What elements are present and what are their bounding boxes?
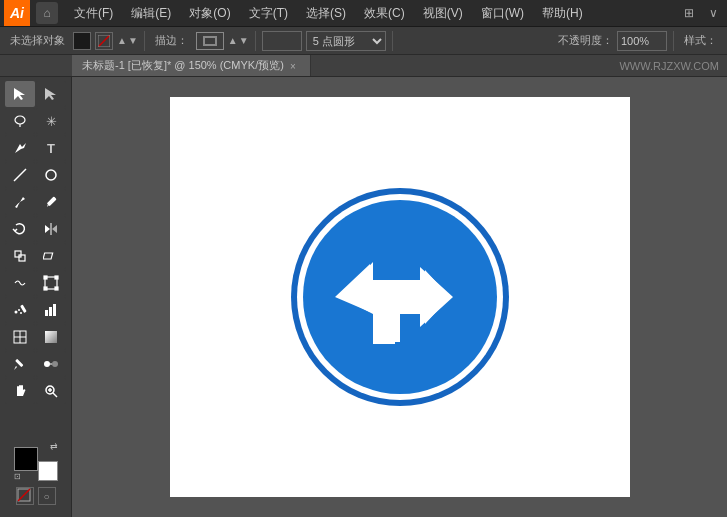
brush-tool[interactable] xyxy=(5,189,35,215)
tab-title: 未标题-1 [已恢复]* @ 150% (CMYK/预览) xyxy=(82,58,284,73)
divider4 xyxy=(673,31,674,51)
svg-marker-2 xyxy=(14,88,25,100)
stroke-indicator[interactable] xyxy=(196,32,224,50)
main-area: ✳ T xyxy=(0,77,727,517)
reflect-tool[interactable] xyxy=(36,216,66,242)
tool-row-2: ✳ xyxy=(0,108,71,134)
svg-point-23 xyxy=(20,312,22,314)
menu-file[interactable]: 文件(F) xyxy=(66,3,121,24)
svg-line-42 xyxy=(18,489,30,501)
symbol-spray-tool[interactable] xyxy=(5,297,35,323)
mesh-tool[interactable] xyxy=(5,324,35,350)
color-swatches: ⇄ ⊡ ○ xyxy=(14,443,58,513)
free-transform-tool[interactable] xyxy=(36,270,66,296)
svg-line-38 xyxy=(53,393,57,397)
menu-effect[interactable]: 效果(C) xyxy=(356,3,413,24)
pen-tool[interactable] xyxy=(5,135,35,161)
svg-rect-31 xyxy=(45,331,57,343)
svg-rect-13 xyxy=(15,251,21,257)
menu-object[interactable]: 对象(O) xyxy=(181,3,238,24)
svg-point-35 xyxy=(52,361,58,367)
tool-row-7 xyxy=(0,243,71,269)
opacity-input[interactable] xyxy=(617,31,667,51)
divider1 xyxy=(144,31,145,51)
rotate-tool[interactable] xyxy=(5,216,35,242)
svg-point-21 xyxy=(15,311,18,314)
menu-items: 文件(F) 编辑(E) 对象(O) 文字(T) 选择(S) 效果(C) 视图(V… xyxy=(66,3,679,24)
svg-rect-25 xyxy=(45,310,48,316)
home-icon[interactable]: ⌂ xyxy=(36,2,58,24)
tool-row-3: T xyxy=(0,135,71,161)
document-tab[interactable]: 未标题-1 [已恢复]* @ 150% (CMYK/预览) × xyxy=(72,55,311,76)
styles-label: 样式： xyxy=(680,33,721,48)
lasso-tool[interactable] xyxy=(5,108,35,134)
scale-tool[interactable] xyxy=(5,243,35,269)
stroke-arrows[interactable]: ▲ ▼ xyxy=(228,35,249,46)
svg-point-34 xyxy=(44,361,50,367)
warp-tool[interactable] xyxy=(5,270,35,296)
zoom-tool[interactable] xyxy=(36,378,66,404)
reset-colors-icon[interactable]: ⊡ xyxy=(14,473,21,481)
svg-marker-3 xyxy=(45,88,56,100)
ai-logo: Ai xyxy=(4,0,30,26)
menu-bar: Ai ⌂ 文件(F) 编辑(E) 对象(O) 文字(T) 选择(S) 效果(C)… xyxy=(0,0,727,27)
fill-mode-icon[interactable] xyxy=(16,487,34,505)
toolbar: ✳ T xyxy=(0,77,72,517)
options-right: 不透明度： 样式： xyxy=(558,31,721,51)
svg-point-7 xyxy=(46,170,56,180)
shear-tool[interactable] xyxy=(36,243,66,269)
pencil-tool[interactable] xyxy=(36,189,66,215)
fill-swatch[interactable] xyxy=(73,32,91,50)
stroke-weight-input[interactable] xyxy=(262,31,302,51)
color-pair: ⇄ ⊡ xyxy=(14,443,58,481)
line-tool[interactable] xyxy=(5,162,35,188)
watermark: WWW.RJZXW.COM xyxy=(619,55,727,76)
traffic-sign xyxy=(285,182,515,412)
menu-window[interactable]: 窗口(W) xyxy=(473,3,532,24)
background-color-swatch[interactable] xyxy=(38,461,58,481)
divider2 xyxy=(255,31,256,51)
color-mode-row: ○ xyxy=(16,487,56,505)
brush-type-select[interactable]: 5 点圆形 xyxy=(306,31,386,51)
tool-row-1 xyxy=(0,81,71,107)
stroke-label: 描边： xyxy=(151,33,192,48)
text-tool[interactable]: T xyxy=(36,135,66,161)
options-bar: 未选择对象 ▲ ▼ 描边： ▲ ▼ 5 点圆形 不透明度： 样式： xyxy=(0,27,727,55)
menu-help[interactable]: 帮助(H) xyxy=(534,3,591,24)
menu-edit[interactable]: 编辑(E) xyxy=(123,3,179,24)
svg-rect-32 xyxy=(15,359,23,367)
swap-colors-icon[interactable]: ⇄ xyxy=(50,441,58,451)
tool-row-5 xyxy=(0,189,71,215)
screen-mode-icon[interactable]: ○ xyxy=(38,487,56,505)
menu-text[interactable]: 文字(T) xyxy=(241,3,296,24)
tool-row-10 xyxy=(0,324,71,350)
canvas-area xyxy=(72,77,727,517)
column-graph-tool[interactable] xyxy=(36,297,66,323)
tab-bar: 未标题-1 [已恢复]* @ 150% (CMYK/预览) × WWW.RJZX… xyxy=(0,55,727,77)
svg-rect-26 xyxy=(49,307,52,316)
tab-close-button[interactable]: × xyxy=(290,61,300,71)
workspace-icon[interactable]: ⊞ xyxy=(679,3,699,23)
svg-marker-10 xyxy=(45,225,50,233)
svg-marker-11 xyxy=(52,225,57,233)
foreground-color-swatch[interactable] xyxy=(14,447,38,471)
hand-tool[interactable] xyxy=(5,378,35,404)
svg-point-22 xyxy=(18,309,20,311)
fill-arrows[interactable]: ▲ ▼ xyxy=(117,35,138,46)
eyedropper-tool[interactable] xyxy=(5,351,35,377)
tool-row-9 xyxy=(0,297,71,323)
tool-row-8 xyxy=(0,270,71,296)
svg-rect-14 xyxy=(19,255,25,261)
expand-icon[interactable]: ∨ xyxy=(703,3,723,23)
svg-rect-24 xyxy=(20,305,27,313)
menu-select[interactable]: 选择(S) xyxy=(298,3,354,24)
selection-tool[interactable] xyxy=(5,81,35,107)
canvas-document xyxy=(170,97,630,497)
menu-view[interactable]: 视图(V) xyxy=(415,3,471,24)
ellipse-tool[interactable] xyxy=(36,162,66,188)
fill-none-icon[interactable] xyxy=(95,32,113,50)
blend-tool[interactable] xyxy=(36,351,66,377)
gradient-tool[interactable] xyxy=(36,324,66,350)
direct-selection-tool[interactable] xyxy=(36,81,66,107)
magic-wand-tool[interactable]: ✳ xyxy=(36,108,66,134)
